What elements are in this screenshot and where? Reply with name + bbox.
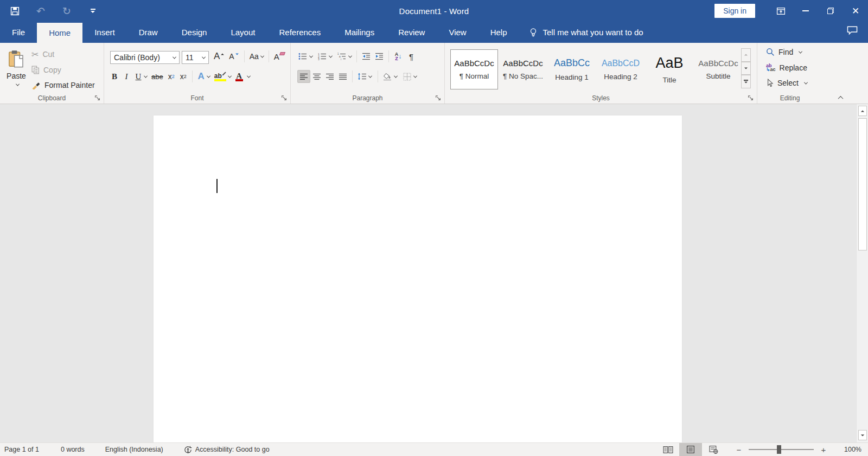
paragraph-dialog-launcher-icon[interactable] [435,94,442,101]
bullets-button[interactable] [296,50,309,63]
zoom-percentage[interactable]: 100% [835,446,861,453]
superscript-button[interactable]: x2 [177,70,189,83]
scroll-up-icon[interactable] [858,106,867,116]
borders-dropdown-icon[interactable] [413,74,417,78]
style-heading-1[interactable]: AaBbCc Heading 1 [548,49,596,89]
justify-button[interactable] [336,70,349,83]
line-spacing-dropdown-icon[interactable] [368,74,372,78]
grow-font-button[interactable]: A [212,50,227,63]
underline-button[interactable]: U [132,70,144,83]
decrease-indent-button[interactable] [360,50,373,63]
tell-me-box[interactable]: Tell me what you want to do [529,22,643,43]
close-button[interactable]: ✕ [843,0,868,22]
select-button[interactable]: Select [766,79,807,87]
word-count-status[interactable]: 0 words [54,443,91,456]
scroll-down-icon[interactable] [858,430,867,440]
tab-help[interactable]: Help [478,22,519,43]
zoom-slider[interactable] [749,449,814,450]
italic-button[interactable]: I [120,70,132,83]
vertical-scrollbar[interactable] [856,104,868,442]
tab-home[interactable]: Home [37,23,82,43]
style-subtitle[interactable]: AaBbCcDc Subtitle [694,49,742,89]
font-color-dropdown-icon[interactable] [247,74,251,78]
style-heading-2[interactable]: AaBbCcD Heading 2 [597,49,644,89]
styles-dialog-launcher-icon[interactable] [747,94,754,101]
tab-view[interactable]: View [437,22,478,43]
sort-button[interactable]: AZ ↓ [392,50,405,63]
tab-mailings[interactable]: Mailings [333,22,386,43]
font-name-dropdown-icon[interactable] [173,55,176,59]
borders-button[interactable] [400,70,413,83]
tab-design[interactable]: Design [170,22,219,43]
tab-layout[interactable]: Layout [219,22,267,43]
find-button[interactable]: Find [766,48,802,56]
font-name-combobox[interactable]: Calibri (Body) [110,51,180,64]
multilevel-list-button[interactable]: 1ai [335,50,348,63]
tab-file[interactable]: File [0,22,37,43]
print-layout-button[interactable] [679,443,702,456]
language-status[interactable]: English (Indonesia) [99,443,170,456]
minimize-button[interactable] [793,0,818,22]
accessibility-status[interactable]: Accessibility: Good to go [177,443,276,456]
style-normal[interactable]: AaBbCcDc ¶ Normal [450,49,498,89]
styles-gallery-more-icon[interactable] [741,75,751,88]
zoom-in-icon[interactable]: + [819,445,828,454]
text-highlight-button[interactable]: ab [212,70,228,83]
tab-insert[interactable]: Insert [82,22,127,43]
paste-dropdown-icon[interactable] [15,82,19,86]
align-right-button[interactable] [323,70,336,83]
select-dropdown-icon[interactable] [804,80,808,84]
document-page[interactable] [154,115,682,442]
change-case-button[interactable]: Aa [247,50,266,63]
scrollbar-thumb[interactable] [858,118,867,251]
ribbon-display-options-icon[interactable] [768,0,793,22]
style-title[interactable]: AaB Title [646,49,693,89]
align-center-button[interactable] [310,70,323,83]
sign-in-button[interactable]: Sign in [714,4,755,18]
clear-formatting-button[interactable]: A [272,50,287,63]
text-effects-dropdown-icon[interactable] [207,74,210,78]
align-left-button[interactable] [297,70,310,83]
copy-button: Copy [31,63,61,76]
strikethrough-button[interactable]: abe [149,70,165,83]
bullets-dropdown-icon[interactable] [309,54,313,57]
read-mode-button[interactable] [656,443,679,456]
zoom-slider-thumb[interactable] [777,445,781,454]
comments-icon[interactable] [846,25,858,36]
format-painter-button[interactable]: Format Painter [31,79,95,92]
tab-draw[interactable]: Draw [127,22,170,43]
numbering-button[interactable]: 123 [316,50,329,63]
page-count-status[interactable]: Page 1 of 1 [0,443,46,456]
shrink-font-button[interactable]: A [227,50,241,63]
subscript-button[interactable]: x2 [165,70,177,83]
numbering-dropdown-icon[interactable] [329,54,333,57]
multilevel-dropdown-icon[interactable] [348,54,352,57]
replace-button[interactable]: ab ↳ac Replace [766,63,807,72]
zoom-out-icon[interactable]: − [735,445,743,454]
web-layout-button[interactable] [702,443,725,456]
clipboard-dialog-launcher-icon[interactable] [94,94,101,101]
shading-button[interactable] [381,70,394,83]
text-effects-button[interactable]: A [195,70,207,83]
font-size-combobox[interactable]: 11 [182,51,209,64]
styles-scroll-up-icon[interactable] [741,48,751,62]
styles-scroll-down-icon[interactable] [741,62,751,75]
increase-indent-button[interactable] [373,50,386,63]
style-no-spacing[interactable]: AaBbCcDc ¶ No Spac... [499,49,547,89]
collapse-ribbon-icon[interactable] [835,93,845,102]
lightbulb-icon [529,28,538,37]
font-dialog-launcher-icon[interactable] [280,94,288,101]
underline-dropdown-icon[interactable] [144,74,148,78]
line-spacing-button[interactable] [355,70,368,83]
find-dropdown-icon[interactable] [799,49,802,53]
font-size-dropdown-icon[interactable] [202,55,206,59]
bold-button[interactable]: B [108,70,120,83]
highlight-dropdown-icon[interactable] [228,74,232,78]
restore-button[interactable] [818,0,843,22]
shading-dropdown-icon[interactable] [394,74,398,78]
show-hide-pilcrow-button[interactable]: ¶ [405,50,418,63]
tab-references[interactable]: References [267,22,333,43]
font-color-button[interactable]: A [233,70,245,83]
tab-review[interactable]: Review [386,22,437,43]
paste-button[interactable]: Paste [4,48,28,94]
